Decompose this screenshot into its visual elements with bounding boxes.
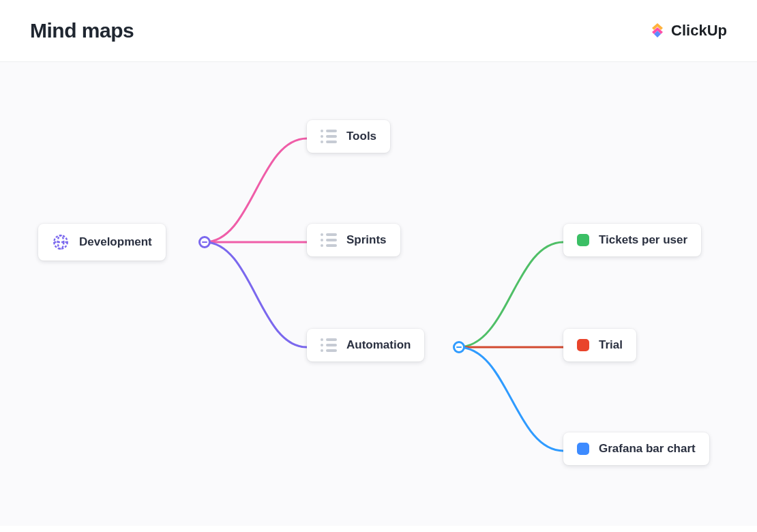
- globe-icon: [52, 233, 70, 251]
- node-label: Trial: [599, 338, 623, 352]
- mindmap-canvas[interactable]: Development Tools Sprints Automation: [0, 62, 757, 526]
- node-sprints[interactable]: Sprints: [307, 224, 400, 256]
- node-grafana-bar-chart[interactable]: Grafana bar chart: [563, 432, 709, 465]
- status-square-icon: [577, 339, 589, 351]
- collapse-toggle-development[interactable]: [198, 236, 211, 248]
- minus-icon: [202, 241, 207, 243]
- clickup-logo-icon: [649, 21, 666, 40]
- node-development[interactable]: Development: [38, 224, 166, 261]
- header: Mind maps ClickUp: [0, 0, 757, 62]
- node-tickets-per-user[interactable]: Tickets per user: [563, 224, 701, 256]
- node-label: Grafana bar chart: [599, 442, 696, 456]
- node-label: Development: [79, 235, 152, 249]
- page-title: Mind maps: [30, 19, 134, 42]
- node-label: Tickets per user: [599, 233, 687, 247]
- status-square-icon: [577, 234, 589, 246]
- list-icon: [321, 130, 337, 143]
- brand-logo: ClickUp: [649, 21, 727, 40]
- node-label: Sprints: [346, 233, 387, 247]
- list-icon: [321, 233, 337, 247]
- node-tools[interactable]: Tools: [307, 120, 390, 153]
- node-automation[interactable]: Automation: [307, 329, 424, 361]
- node-label: Automation: [346, 338, 411, 352]
- status-square-icon: [577, 443, 589, 455]
- node-trial[interactable]: Trial: [563, 329, 636, 361]
- node-label: Tools: [346, 130, 376, 143]
- list-icon: [321, 338, 337, 352]
- brand-name: ClickUp: [671, 22, 727, 40]
- collapse-toggle-automation[interactable]: [453, 341, 465, 353]
- minus-icon: [456, 346, 462, 349]
